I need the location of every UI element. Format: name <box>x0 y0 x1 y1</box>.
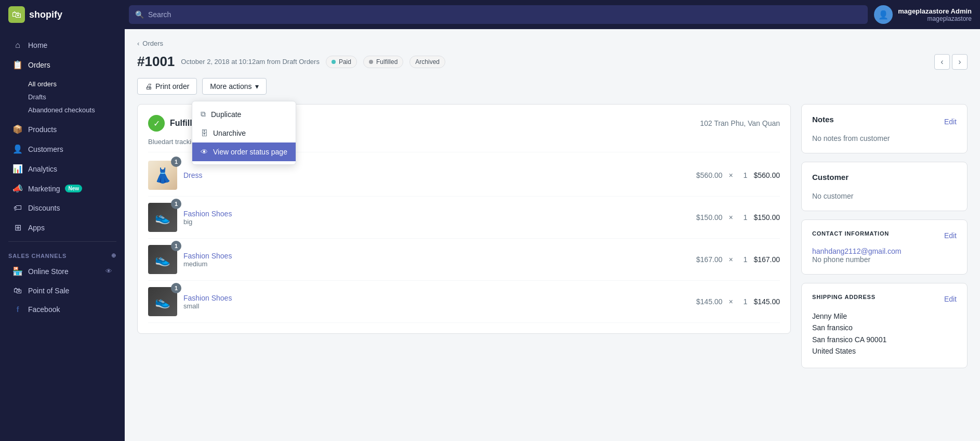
shipping-edit-link[interactable]: Edit <box>944 295 957 303</box>
item-variant: small <box>183 302 690 310</box>
sidebar-item-apps[interactable]: ⊞ Apps <box>4 218 121 237</box>
sidebar-label-apps: Apps <box>28 224 45 232</box>
order-meta: October 2, 2018 at 10:12am from Draft Or… <box>181 58 320 66</box>
sidebar-label-marketing: Marketing <box>28 185 60 193</box>
sidebar-item-analytics[interactable]: 📊 Analytics <box>4 159 121 178</box>
item-pricing: $145.00 × 1 $145.00 <box>696 297 780 306</box>
search-bar[interactable]: 🔍 <box>129 5 868 24</box>
item-image-wrap: 1 <box>148 161 177 190</box>
no-customer-text: No customer <box>812 192 957 200</box>
item-pricing: $150.00 × 1 $150.00 <box>696 213 780 222</box>
sidebar-item-drafts[interactable]: Drafts <box>24 90 125 103</box>
right-column: Notes Edit No notes from customer Custom… <box>801 104 968 377</box>
sidebar-item-products[interactable]: 📦 Products <box>4 120 121 139</box>
shipping-country: United States <box>812 345 957 357</box>
user-area: 👤 mageplazastore Admin mageplazastore <box>874 5 972 24</box>
item-details: Fashion Shoes medium <box>183 252 690 268</box>
dropdown-duplicate[interactable]: ⧉ Duplicate <box>192 105 296 124</box>
sidebar-item-marketing[interactable]: 📣 Marketing New <box>4 179 121 198</box>
sidebar-item-home[interactable]: ⌂ Home <box>4 36 121 55</box>
next-order-button[interactable]: › <box>952 54 968 70</box>
item-qty-badge: 1 <box>171 283 181 293</box>
sidebar-divider <box>8 241 116 242</box>
shipping-name: Jenny Mile <box>812 310 957 322</box>
main-content: ‹ Orders #1001 October 2, 2018 at 10:12a… <box>125 29 980 441</box>
notes-card: Notes Edit No notes from customer <box>801 104 968 153</box>
item-qty-x: × <box>729 255 733 264</box>
customer-title: Customer <box>812 173 849 181</box>
dropdown-view-status[interactable]: 👁 View order status page <box>192 142 296 161</box>
item-name-link[interactable]: Fashion Shoes <box>183 294 690 302</box>
pos-icon: 🛍 <box>12 286 23 295</box>
order-item: 1 Fashion Shoes big $150.00 × 1 $150.00 <box>148 197 780 239</box>
sidebar-item-discounts[interactable]: 🏷 Discounts <box>4 199 121 217</box>
unarchive-icon: 🗄 <box>201 129 208 137</box>
fulfilled-dot <box>369 60 373 64</box>
sidebar-label-discounts: Discounts <box>28 204 60 212</box>
item-name-link[interactable]: Fashion Shoes <box>183 210 690 218</box>
breadcrumb: ‹ Orders <box>137 40 968 47</box>
sidebar-item-facebook[interactable]: f Facebook <box>4 301 121 318</box>
item-name-link[interactable]: Fashion Shoes <box>183 252 690 260</box>
item-image-wrap: 1 <box>148 245 177 274</box>
item-image-wrap: 1 <box>148 203 177 232</box>
shipping-header: SHIPPING ADDRESS Edit <box>812 294 957 304</box>
shipping-address: Jenny Mile San fransico San fransico CA … <box>812 310 957 357</box>
prev-order-button[interactable]: ‹ <box>934 54 950 70</box>
sidebar-item-online-store[interactable]: 🏪 Online Store 👁 <box>4 262 121 281</box>
contact-label: CONTACT INFORMATION <box>812 230 889 237</box>
search-icon: 🔍 <box>135 10 144 19</box>
paid-dot <box>332 60 336 64</box>
contact-edit-link[interactable]: Edit <box>944 231 957 240</box>
facebook-icon: f <box>12 305 23 314</box>
search-input[interactable] <box>148 10 862 19</box>
order-items-list: 1 Dress $560.00 × 1 $560.00 <box>148 152 780 323</box>
sidebar-item-all-orders[interactable]: All orders <box>24 77 125 90</box>
print-order-button[interactable]: 🖨 Print order <box>137 78 197 95</box>
toolbar: 🖨 Print order More actions ▾ ⧉ Duplicate… <box>137 78 968 95</box>
badge-fulfilled: Fulfilled <box>363 56 403 68</box>
dropdown-unarchive[interactable]: 🗄 Unarchive <box>192 124 296 142</box>
item-qty-num: 1 <box>744 171 748 179</box>
sidebar-item-customers[interactable]: 👤 Customers <box>4 139 121 159</box>
view-status-label: View order status page <box>213 148 287 156</box>
new-badge: New <box>65 185 82 192</box>
sidebar-item-orders[interactable]: 📋 Orders <box>4 55 121 74</box>
orders-icon: 📋 <box>12 60 23 70</box>
contact-email[interactable]: hanhdang2112@gmail.com <box>812 247 957 255</box>
home-icon: ⌂ <box>12 41 23 50</box>
analytics-icon: 📊 <box>12 164 23 174</box>
duplicate-label: Duplicate <box>211 110 241 119</box>
notes-edit-link[interactable]: Edit <box>944 118 957 126</box>
print-label: Print order <box>155 82 189 90</box>
more-actions-button[interactable]: More actions ▾ <box>202 78 266 95</box>
online-store-eye-icon: 👁 <box>105 267 112 275</box>
item-pricing: $560.00 × 1 $560.00 <box>696 171 780 179</box>
sales-channels-label: SALES CHANNELS ⊕ <box>0 246 125 261</box>
sidebar-item-abandoned[interactable]: Abandoned checkouts <box>24 103 125 116</box>
item-variant: medium <box>183 260 690 268</box>
item-name-link[interactable]: Dress <box>183 171 690 179</box>
order-number: #1001 <box>137 54 175 70</box>
add-channel-icon[interactable]: ⊕ <box>111 252 116 259</box>
sidebar-label-orders: Orders <box>28 61 50 69</box>
apps-icon: ⊞ <box>12 223 23 232</box>
products-icon: 📦 <box>12 124 23 134</box>
badge-paid: Paid <box>326 56 357 68</box>
breadcrumb-orders-link[interactable]: Orders <box>142 40 163 47</box>
sidebar-item-pos[interactable]: 🛍 Point of Sale <box>4 281 121 300</box>
item-pricing: $167.00 × 1 $167.00 <box>696 255 780 264</box>
logo-area: 🛍 shopify <box>8 6 123 23</box>
item-price: $145.00 <box>696 297 723 306</box>
item-price: $167.00 <box>696 255 723 264</box>
shopify-logo-icon: 🛍 <box>8 6 25 23</box>
sidebar-label-online-store: Online Store <box>28 267 69 276</box>
user-name: mageplazastore Admin <box>898 7 972 15</box>
sidebar-label-products: Products <box>28 125 57 134</box>
item-qty-x: × <box>729 171 733 179</box>
unarchive-label: Unarchive <box>213 129 246 137</box>
duplicate-icon: ⧉ <box>201 110 206 119</box>
sidebar: ⌂ Home 📋 Orders All orders Drafts Abando… <box>0 29 125 441</box>
badge-fulfilled-label: Fulfilled <box>376 58 398 66</box>
notes-title: Notes <box>812 115 834 124</box>
